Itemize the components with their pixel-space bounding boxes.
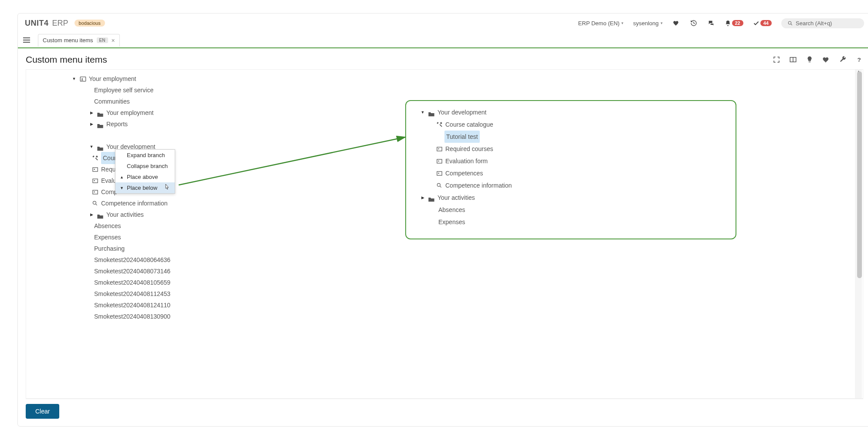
tab-strip: Custom menu items EN × xyxy=(18,33,868,48)
tree-label: Smoketest20240408064636 xyxy=(94,254,170,266)
svg-point-12 xyxy=(94,191,95,192)
caret-right-icon[interactable] xyxy=(88,118,95,130)
menu-button[interactable] xyxy=(23,35,34,45)
tree-node-smoketest[interactable]: Smoketest20240408064636 xyxy=(61,254,863,266)
tree-label: Reports xyxy=(106,118,128,130)
env-pill: bodacious xyxy=(75,20,105,27)
tree-label: Competence information xyxy=(101,198,168,209)
tree-label: Your activities xyxy=(437,192,475,203)
tree-label: Smoketest20240408130900 xyxy=(94,311,170,322)
caret-right-icon[interactable] xyxy=(419,192,426,203)
tree-node-your-employment-root[interactable]: Your employment xyxy=(61,73,863,84)
tree-node-employee-self-service[interactable]: Employee self service xyxy=(61,84,863,96)
callout-node-evaluation-form[interactable]: Evaluation form xyxy=(417,155,731,167)
tree-label: Your employment xyxy=(106,107,153,118)
svg-point-0 xyxy=(788,21,791,24)
person-card-icon xyxy=(436,145,443,152)
page-header-tools: ? xyxy=(773,56,863,64)
ctx-place-above[interactable]: ▲ Place above xyxy=(115,171,175,182)
tree-label: Competences xyxy=(445,168,483,179)
caret-down-icon[interactable] xyxy=(71,73,78,84)
tree-label: Required courses xyxy=(445,143,493,155)
help-icon[interactable]: ? xyxy=(855,56,863,64)
tasks-button[interactable]: 44 xyxy=(753,20,772,27)
caret-down-icon[interactable] xyxy=(88,141,95,152)
caret-right-icon[interactable] xyxy=(88,209,95,220)
search-icon xyxy=(436,182,443,189)
tree-label: Absences xyxy=(94,220,121,232)
callout-node-expenses[interactable]: Expenses xyxy=(417,216,731,228)
split-icon[interactable] xyxy=(789,56,797,64)
context-menu: Expand branch Collapse branch ▲ Place ab… xyxy=(115,149,175,194)
heart-icon[interactable] xyxy=(672,19,680,27)
ctx-expand-branch[interactable]: Expand branch xyxy=(115,150,175,161)
caret-down-icon[interactable] xyxy=(419,107,426,118)
svg-rect-11 xyxy=(92,190,97,194)
callout-node-required-courses[interactable]: Required courses xyxy=(417,143,731,155)
search-box[interactable]: Search (Alt+q) xyxy=(781,18,864,28)
caret-up-icon: ▲ xyxy=(120,175,124,179)
user-dropdown[interactable]: sysenlong ▾ xyxy=(633,20,663,27)
svg-line-23 xyxy=(440,186,441,188)
lightbulb-icon[interactable] xyxy=(806,56,814,64)
folder-icon xyxy=(428,109,435,115)
heart-icon[interactable] xyxy=(822,56,830,64)
tree-label: Tutorial test xyxy=(444,131,480,143)
context-dropdown[interactable]: ERP Demo (EN) ▾ xyxy=(578,20,624,27)
close-icon[interactable]: × xyxy=(112,37,115,44)
ctx-collapse-branch[interactable]: Collapse branch xyxy=(115,161,175,171)
callout-node-competence-information[interactable]: Competence information xyxy=(417,179,731,192)
callout-node-absences[interactable]: Absences xyxy=(417,204,731,216)
tree-label: Employee self service xyxy=(94,84,153,96)
footer-bar: Clear xyxy=(26,398,863,420)
tree-node-smoketest[interactable]: Smoketest20240408073146 xyxy=(61,266,863,277)
callout-node-competences[interactable]: Competences xyxy=(417,167,731,179)
scrollbar-thumb[interactable] xyxy=(857,71,862,278)
topbar-right: ERP Demo (EN) ▾ sysenlong ▾ 22 xyxy=(578,18,864,28)
callout-node-your-development[interactable]: Your development xyxy=(417,106,731,118)
wrench-icon[interactable] xyxy=(839,56,847,64)
folder-icon xyxy=(97,144,104,150)
callout-node-your-activities[interactable]: Your activities xyxy=(417,192,731,204)
person-card-icon xyxy=(92,177,98,184)
callout-node-tutorial-test[interactable]: Tutorial test xyxy=(417,131,731,143)
tree-node-smoketest[interactable]: Smoketest20240408112453 xyxy=(61,288,863,299)
svg-rect-20 xyxy=(437,171,441,175)
tab-custom-menu-items[interactable]: Custom menu items EN × xyxy=(38,34,120,47)
person-card-icon xyxy=(92,166,98,173)
fullscreen-icon[interactable] xyxy=(773,56,780,64)
tree-node-smoketest[interactable]: Smoketest20240408105659 xyxy=(61,277,863,288)
alerts-button[interactable]: 22 xyxy=(725,20,743,27)
svg-point-21 xyxy=(438,172,439,174)
logo-area: UNIT4 ERP bodacious xyxy=(25,19,105,28)
svg-rect-16 xyxy=(437,147,441,151)
svg-point-6 xyxy=(81,78,83,79)
tab-lang-badge: EN xyxy=(97,37,108,43)
tree-label: Expenses xyxy=(438,216,465,228)
folder-icon xyxy=(97,121,104,127)
ctx-label: Place above xyxy=(127,174,158,180)
person-card-icon xyxy=(436,170,443,177)
tab-title: Custom menu items xyxy=(43,37,93,44)
tree-node-smoketest[interactable]: Smoketest20240408130900 xyxy=(61,311,863,322)
svg-rect-7 xyxy=(92,168,97,171)
search-icon xyxy=(92,200,98,207)
svg-point-22 xyxy=(437,183,440,186)
check-icon xyxy=(753,20,760,27)
contact-card-icon xyxy=(79,75,86,82)
history-icon[interactable] xyxy=(690,19,698,27)
caret-right-icon[interactable] xyxy=(88,107,95,118)
tree-label: Smoketest20240408112453 xyxy=(94,288,170,299)
callout-node-course-catalogue[interactable]: Course catalogue xyxy=(417,118,731,131)
tree-label: Your development xyxy=(437,107,486,118)
clear-button[interactable]: Clear xyxy=(26,404,59,419)
tree-label: Smoketest20240408105659 xyxy=(94,277,170,288)
ctx-place-below[interactable]: ▼ Place below xyxy=(115,182,175,193)
tree-label: Expenses xyxy=(94,232,121,243)
folder-icon xyxy=(97,110,104,116)
main-content: Your employment Employee self service Co… xyxy=(26,69,863,399)
chat-icon[interactable] xyxy=(707,19,715,27)
tree-node-purchasing[interactable]: Purchasing xyxy=(61,243,863,254)
tree-label: Evaluation form xyxy=(445,155,488,167)
tree-node-smoketest[interactable]: Smoketest20240408124110 xyxy=(61,299,863,311)
